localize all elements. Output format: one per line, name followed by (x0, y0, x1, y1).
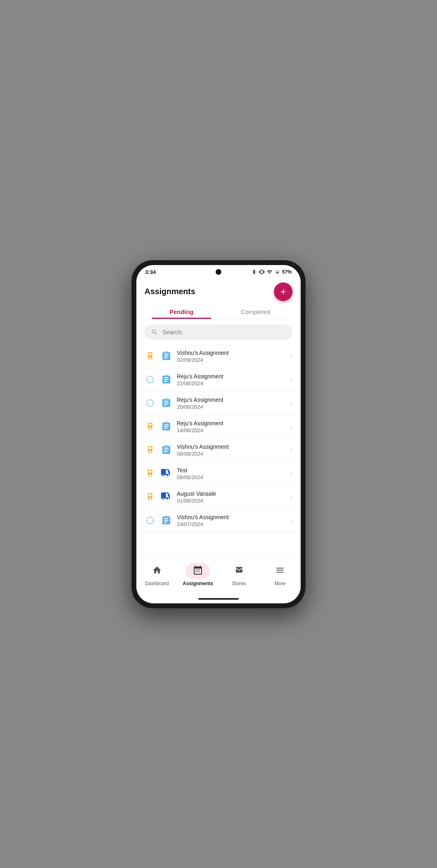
item-info: Vishnu's Assignment 24/07/2024 (177, 514, 286, 527)
wifi-icon (267, 269, 272, 275)
item-name: Reju's Assignment (177, 397, 286, 403)
tabs-container: Pending Completed (144, 304, 293, 319)
clipboard-icon (160, 397, 173, 410)
item-info: Reju's Assignment 14/08/2024 (177, 420, 286, 433)
chevron-right-icon: › (290, 352, 293, 361)
assignments-list: Vishnu's Assignment 02/09/2024 › (136, 342, 301, 557)
clipboard-icon (160, 420, 173, 433)
item-date: 14/08/2024 (177, 427, 286, 433)
phone-screen: 3:34 57% Assignments + (136, 265, 301, 603)
list-item[interactable]: Reju's Assignment 14/08/2024 › (136, 415, 301, 439)
item-date: 01/08/2024 (177, 498, 286, 504)
nav-label-dashboard: Dashboard (145, 581, 169, 586)
svg-rect-1 (278, 272, 278, 274)
store-icon (234, 565, 244, 575)
search-box (144, 325, 293, 340)
item-info: Reju's Assignment 22/08/2024 (177, 373, 286, 386)
camera-notch (216, 269, 221, 275)
hourglass-icon (144, 468, 156, 479)
nav-label-assignments: Assignments (183, 581, 213, 586)
item-name: August Vansale (177, 490, 286, 497)
tab-pending[interactable]: Pending (144, 304, 218, 318)
svg-point-4 (147, 376, 154, 383)
item-name: Test (177, 467, 286, 473)
chevron-right-icon: › (290, 446, 293, 454)
hourglass-icon (144, 350, 156, 362)
nav-icon-wrap-assignments (186, 563, 210, 579)
status-time: 3:34 (145, 269, 156, 275)
nav-item-assignments[interactable]: Assignments (178, 560, 219, 589)
menu-icon (275, 565, 285, 575)
chevron-right-icon: › (290, 399, 293, 407)
nav-icon-wrap-dashboard (149, 563, 165, 579)
nav-item-more[interactable]: More (260, 560, 301, 589)
item-date: 24/07/2024 (177, 521, 286, 527)
list-item[interactable]: August Vansale 01/08/2024 › (136, 486, 301, 509)
bluetooth-icon (251, 269, 257, 275)
item-info: Test 08/08/2024 (177, 467, 286, 480)
svg-rect-3 (276, 273, 276, 274)
status-bar: 3:34 57% (136, 265, 301, 277)
nav-icon-wrap-more (272, 563, 288, 579)
clipboard-icon (160, 373, 173, 386)
phone-device: 3:34 57% Assignments + (132, 260, 305, 608)
item-date: 20/08/2024 (177, 404, 286, 410)
hourglass-icon (144, 444, 156, 456)
item-name: Vishnu's Assignment (177, 514, 286, 520)
tab-completed[interactable]: Completed (218, 304, 293, 318)
item-date: 02/09/2024 (177, 357, 286, 363)
item-name: Vishnu's Assignment (177, 444, 286, 450)
clipboard-icon (160, 514, 173, 527)
hourglass-icon (144, 421, 156, 432)
add-assignment-button[interactable]: + (274, 282, 293, 301)
vibrate-icon (259, 269, 265, 275)
item-info: August Vansale 01/08/2024 (177, 490, 286, 504)
nav-item-dashboard[interactable]: Dashboard (136, 560, 178, 589)
list-item[interactable]: Vishnu's Assignment 02/09/2024 › (136, 345, 301, 368)
hourglass-icon (144, 491, 156, 503)
svg-rect-0 (278, 272, 279, 274)
item-info: Vishnu's Assignment 08/08/2024 (177, 444, 286, 457)
item-info: Reju's Assignment 20/08/2024 (177, 397, 286, 410)
svg-point-6 (147, 517, 154, 524)
nav-label-stores: Stores (232, 581, 246, 586)
list-item[interactable]: Test 08/08/2024 › (136, 462, 301, 486)
chevron-right-icon: › (290, 376, 293, 384)
search-container (136, 319, 301, 342)
battery-text: 57% (282, 269, 292, 275)
dots-circle-icon (144, 515, 156, 526)
dots-circle-icon (144, 397, 156, 409)
item-date: 08/08/2024 (177, 451, 286, 457)
item-name: Vishnu's Assignment (177, 350, 286, 356)
nav-icon-wrap-stores (231, 563, 247, 579)
nav-label-more: More (275, 581, 286, 586)
search-icon (151, 329, 158, 336)
item-name: Reju's Assignment (177, 373, 286, 380)
svg-rect-2 (276, 272, 277, 274)
nav-item-stores[interactable]: Stores (218, 560, 260, 589)
home-bar-line (198, 598, 239, 600)
list-item[interactable]: Reju's Assignment 20/08/2024 › (136, 392, 301, 415)
dots-circle-icon (144, 374, 156, 385)
item-date: 08/08/2024 (177, 474, 286, 480)
chevron-right-icon: › (290, 469, 293, 478)
svg-point-5 (147, 400, 154, 407)
home-icon (152, 565, 162, 575)
clipboard-icon (160, 350, 173, 363)
list-item[interactable]: Reju's Assignment 22/08/2024 › (136, 368, 301, 392)
chevron-right-icon: › (290, 516, 293, 525)
list-item[interactable]: Vishnu's Assignment 08/08/2024 › (136, 439, 301, 462)
truck-icon (160, 467, 173, 480)
app-content: Assignments + Pending Completed (136, 277, 301, 594)
page-title: Assignments (144, 287, 195, 296)
signal-icon (274, 269, 280, 275)
bottom-nav: Dashboard Assignments (136, 557, 301, 594)
truck-icon (160, 490, 173, 503)
list-item[interactable]: Vishnu's Assignment 24/07/2024 › (136, 509, 301, 533)
item-date: 22/08/2024 (177, 380, 286, 386)
chevron-right-icon: › (290, 493, 293, 501)
item-info: Vishnu's Assignment 02/09/2024 (177, 350, 286, 363)
search-input[interactable] (162, 329, 286, 335)
status-icons: 57% (251, 269, 292, 275)
clipboard-icon (160, 444, 173, 456)
